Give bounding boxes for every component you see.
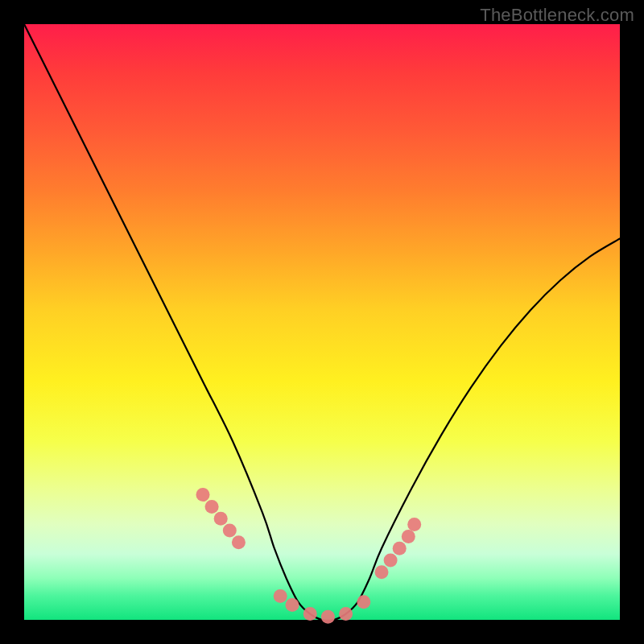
marker-point <box>286 598 299 612</box>
marker-point <box>214 512 228 526</box>
marker-point <box>196 488 210 502</box>
marker-point <box>339 607 353 621</box>
marker-group <box>196 488 422 624</box>
marker-point <box>393 542 407 555</box>
plot-area <box>24 24 620 620</box>
watermark-text: TheBottleneck.com <box>480 5 634 26</box>
marker-point <box>384 554 398 568</box>
curve-svg <box>24 24 620 620</box>
marker-point <box>205 500 219 514</box>
marker-point <box>223 524 237 538</box>
chart-frame: TheBottleneck.com <box>0 0 644 644</box>
marker-point <box>402 530 415 543</box>
marker-point <box>321 610 335 624</box>
marker-point <box>232 535 246 549</box>
marker-point <box>303 607 317 621</box>
marker-point <box>375 565 389 579</box>
marker-point <box>407 518 421 531</box>
marker-point <box>274 589 287 603</box>
bottleneck-curve <box>24 24 620 621</box>
marker-point <box>357 595 370 609</box>
